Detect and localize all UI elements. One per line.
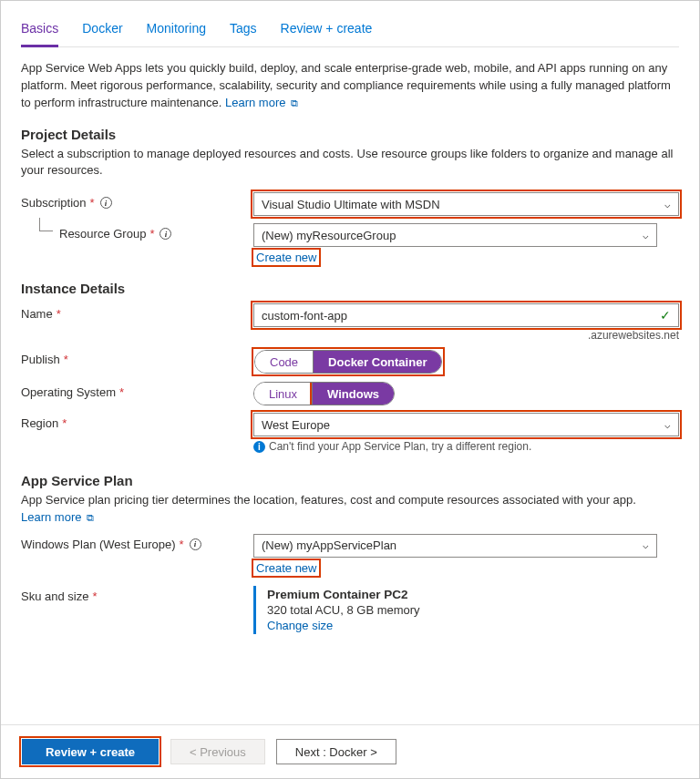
tab-docker[interactable]: Docker bbox=[82, 17, 122, 46]
chevron-down-icon: ⌵ bbox=[643, 230, 649, 241]
windows-plan-label: Windows Plan (West Europe)* i bbox=[21, 534, 253, 551]
tab-review[interactable]: Review + create bbox=[281, 17, 373, 46]
app-service-plan-heading: App Service Plan bbox=[21, 473, 679, 488]
tab-basics[interactable]: Basics bbox=[21, 17, 58, 47]
info-badge-icon: i bbox=[253, 441, 265, 453]
learn-more-link[interactable]: Learn more ⧉ bbox=[225, 96, 298, 109]
chevron-down-icon: ⌵ bbox=[664, 199, 671, 210]
sku-detail: 320 total ACU, 8 GB memory bbox=[267, 603, 679, 617]
review-create-button[interactable]: Review + create bbox=[22, 739, 159, 764]
publish-label: Publish* bbox=[21, 349, 253, 366]
domain-suffix: .azurewebsites.net bbox=[253, 329, 679, 342]
project-details-desc: Select a subscription to manage deployed… bbox=[21, 146, 679, 180]
publish-code[interactable]: Code bbox=[255, 351, 313, 373]
subscription-select[interactable]: Visual Studio Ultimate with MSDN ⌵ bbox=[253, 192, 679, 216]
resource-group-select[interactable]: (New) myResourceGroup ⌵ bbox=[253, 223, 657, 247]
create-new-rg-link[interactable]: Create new bbox=[253, 250, 319, 265]
chevron-down-icon: ⌵ bbox=[643, 539, 649, 551]
chevron-down-icon: ⌵ bbox=[664, 419, 671, 431]
info-icon[interactable]: i bbox=[160, 228, 171, 240]
os-label: Operating System* bbox=[21, 382, 253, 399]
next-button[interactable]: Next : Docker > bbox=[276, 739, 396, 764]
region-select[interactable]: West Europe ⌵ bbox=[253, 413, 679, 436]
plan-desc: App Service plan pricing tier determines… bbox=[21, 493, 636, 507]
name-label: Name* bbox=[21, 303, 253, 321]
instance-details-heading: Instance Details bbox=[21, 281, 679, 296]
resource-group-label: Resource Group* i bbox=[21, 223, 253, 241]
tab-bar: Basics Docker Monitoring Tags Review + c… bbox=[21, 17, 679, 47]
sku-card: Premium Container PC2 320 total ACU, 8 G… bbox=[253, 586, 679, 634]
region-hint: i Can't find your App Service Plan, try … bbox=[253, 440, 679, 453]
check-icon: ✓ bbox=[660, 308, 671, 323]
external-link-icon: ⧉ bbox=[291, 97, 298, 108]
windows-plan-select[interactable]: (New) myAppServicePlan ⌵ bbox=[253, 534, 657, 558]
os-linux[interactable]: Linux bbox=[254, 383, 312, 405]
sku-label: Sku and size* bbox=[21, 586, 253, 603]
project-details-heading: Project Details bbox=[21, 127, 679, 142]
intro-text: App Service Web Apps lets you quickly bu… bbox=[21, 60, 679, 112]
info-icon[interactable]: i bbox=[190, 538, 201, 550]
tab-tags[interactable]: Tags bbox=[230, 17, 257, 46]
info-icon[interactable]: i bbox=[100, 197, 112, 209]
publish-toggle: Code Docker Container bbox=[254, 350, 442, 374]
footer-bar: Review + create < Previous Next : Docker… bbox=[1, 724, 699, 778]
change-size-link[interactable]: Change size bbox=[267, 619, 679, 632]
sku-tier: Premium Container PC2 bbox=[267, 588, 679, 601]
subscription-label: Subscription* i bbox=[21, 192, 253, 210]
os-toggle: Linux Windows bbox=[253, 382, 395, 405]
plan-learn-more-link[interactable]: Learn more ⧉ bbox=[21, 510, 94, 524]
publish-docker[interactable]: Docker Container bbox=[313, 351, 441, 373]
region-label: Region* bbox=[21, 413, 253, 430]
create-new-plan-link[interactable]: Create new bbox=[253, 560, 319, 576]
tab-monitoring[interactable]: Monitoring bbox=[147, 17, 206, 46]
previous-button: < Previous bbox=[170, 739, 265, 764]
external-link-icon: ⧉ bbox=[87, 512, 94, 523]
name-input[interactable]: custom-font-app ✓ bbox=[253, 303, 679, 327]
os-windows[interactable]: Windows bbox=[312, 383, 394, 405]
